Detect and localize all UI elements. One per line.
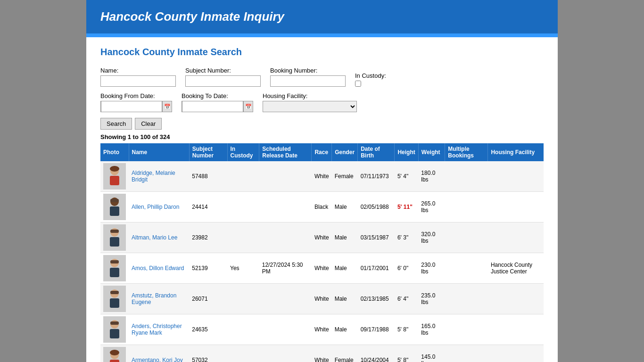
name-link[interactable]: Amstutz, Brandon Eugene <box>132 292 176 305</box>
cell-housing-facility <box>488 222 544 253</box>
name-link[interactable]: Amos, Dillon Edward <box>132 265 184 272</box>
cell-weight: 320.0 lbs <box>418 222 445 253</box>
cell-scheduled-release <box>259 284 312 314</box>
photo-placeholder <box>103 194 126 220</box>
photo-placeholder <box>103 347 126 362</box>
cell-photo <box>100 253 129 284</box>
cell-dob: 02/05/1988 <box>358 192 395 222</box>
col-dob: Date of Birth <box>358 143 395 161</box>
cell-name[interactable]: Aldridge, Melanie Bridgit <box>129 161 189 192</box>
cell-name[interactable]: Anders, Christopher Ryane Mark <box>129 314 189 345</box>
photo-placeholder <box>103 255 126 281</box>
svg-point-1 <box>110 166 119 172</box>
photo-placeholder <box>103 224 126 251</box>
cell-housing-facility: Hancock County Justice Center <box>488 253 544 284</box>
name-link[interactable]: Allen, Phillip Daron <box>132 204 179 210</box>
name-link[interactable]: Armentano, Kori Joy <box>132 357 183 362</box>
cell-photo <box>100 161 129 192</box>
cell-photo <box>100 345 129 362</box>
cell-scheduled-release <box>259 222 312 253</box>
cell-weight: 180.0 lbs <box>418 161 445 192</box>
table-row: Amstutz, Brandon Eugene26071WhiteMale02/… <box>100 284 544 314</box>
cell-weight: 165.0 lbs <box>418 314 445 345</box>
booking-to-calendar-icon[interactable]: 📅 <box>243 101 253 112</box>
table-row: Armentano, Kori Joy57032WhiteFemale10/24… <box>100 345 544 362</box>
booking-from-input[interactable] <box>101 101 162 112</box>
cell-subject-number: 57488 <box>189 161 227 192</box>
cell-height: 5' 11" <box>395 192 418 222</box>
table-row: Amos, Dillon Edward52139Yes12/27/2024 5:… <box>100 253 544 284</box>
cell-multiple-bookings <box>445 284 488 314</box>
subject-input[interactable] <box>185 75 261 87</box>
cell-height: 6' 4" <box>395 284 418 314</box>
name-link[interactable]: Anders, Christopher Ryane Mark <box>132 323 182 336</box>
cell-multiple-bookings <box>445 345 488 362</box>
booking-to-label: Booking To Date: <box>182 92 253 99</box>
cell-name[interactable]: Altman, Mario Lee <box>129 222 189 253</box>
clear-button[interactable]: Clear <box>135 118 162 130</box>
cell-multiple-bookings <box>445 161 488 192</box>
cell-subject-number: 52139 <box>189 253 227 284</box>
cell-gender: Male <box>332 222 358 253</box>
cell-race: White <box>312 345 332 362</box>
results-range: 1 to 100 <box>128 133 150 140</box>
in-custody-checkbox[interactable] <box>355 81 361 87</box>
cell-gender: Female <box>332 345 358 362</box>
cell-subject-number: 57032 <box>189 345 227 362</box>
photo-placeholder <box>103 163 126 189</box>
cell-in-custody <box>227 222 259 253</box>
photo-placeholder <box>103 286 126 312</box>
blue-bar <box>86 33 558 37</box>
cell-name[interactable]: Allen, Phillip Daron <box>129 192 189 222</box>
name-input[interactable] <box>100 75 176 87</box>
booking-num-input[interactable] <box>270 75 346 87</box>
cell-subject-number: 24414 <box>189 192 227 222</box>
subject-group: Subject Number: <box>185 67 261 87</box>
content: Hancock County Inmate Search Name: Subje… <box>86 37 558 362</box>
col-race: Race <box>312 143 332 161</box>
table-header-row: Photo Name Subject Number In Custody Sch… <box>100 143 544 161</box>
cell-name[interactable]: Amstutz, Brandon Eugene <box>129 284 189 314</box>
booking-to-input-wrap: 📅 <box>182 101 253 112</box>
booking-num-label: Booking Number: <box>270 67 346 74</box>
cell-photo <box>100 222 129 253</box>
cell-subject-number: 24635 <box>189 314 227 345</box>
cell-in-custody <box>227 192 259 222</box>
cell-scheduled-release <box>259 345 312 362</box>
table-body: Aldridge, Melanie Bridgit57488WhiteFemal… <box>100 161 544 362</box>
cell-multiple-bookings <box>445 192 488 222</box>
cell-gender: Male <box>332 253 358 284</box>
svg-rect-7 <box>110 230 119 233</box>
housing-facility-select[interactable]: Hancock County Justice Center Other Faci… <box>263 101 357 112</box>
cell-housing-facility <box>488 345 544 362</box>
cell-race: Black <box>312 192 332 222</box>
cell-subject-number: 26071 <box>189 284 227 314</box>
table-row: Altman, Mario Lee23982WhiteMale03/15/198… <box>100 222 544 253</box>
cell-dob: 02/13/1985 <box>358 284 395 314</box>
cell-scheduled-release <box>259 314 312 345</box>
cell-housing-facility <box>488 314 544 345</box>
results-middle: of <box>150 133 160 140</box>
svg-rect-2 <box>110 176 119 185</box>
name-group: Name: <box>100 67 176 87</box>
cell-race: White <box>312 314 332 345</box>
svg-rect-11 <box>110 268 119 277</box>
cell-in-custody <box>227 314 259 345</box>
cell-name[interactable]: Armentano, Kori Joy <box>129 345 189 362</box>
cell-photo <box>100 192 129 222</box>
col-in-custody: In Custody <box>227 143 259 161</box>
name-link[interactable]: Aldridge, Melanie Bridgit <box>132 170 175 183</box>
booking-to-input[interactable] <box>182 101 243 112</box>
cell-gender: Female <box>332 161 358 192</box>
cell-name[interactable]: Amos, Dillon Edward <box>129 253 189 284</box>
cell-photo <box>100 284 129 314</box>
name-link[interactable]: Altman, Mario Lee <box>132 234 177 241</box>
svg-rect-5 <box>110 206 119 216</box>
cell-gender: Male <box>332 314 358 345</box>
svg-rect-17 <box>110 329 119 338</box>
booking-from-calendar-icon[interactable]: 📅 <box>162 101 172 112</box>
search-button[interactable]: Search <box>100 118 132 130</box>
custody-group: In Custody: <box>355 72 386 87</box>
cell-scheduled-release <box>259 192 312 222</box>
col-subject: Subject Number <box>189 143 227 161</box>
